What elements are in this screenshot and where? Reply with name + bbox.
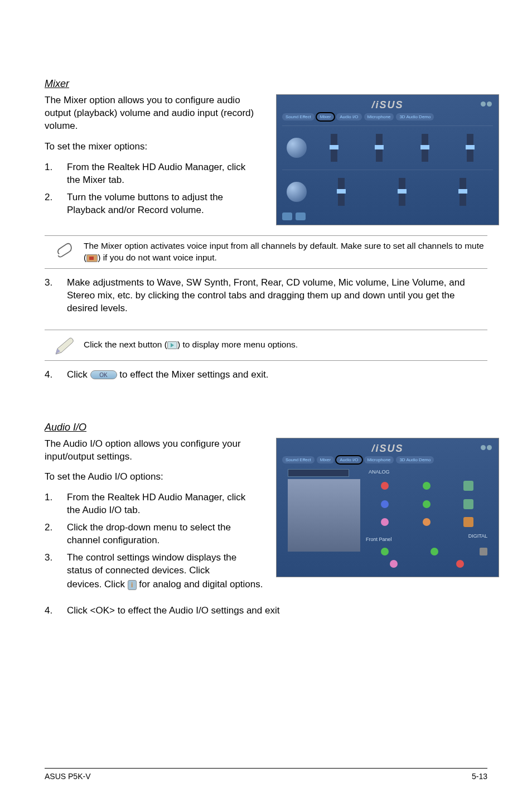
audio-section: Audio I/O The Audio I/O option allows yo… — [45, 422, 487, 625]
mixer-left-col: The Mixer option allows you to configure… — [45, 94, 259, 229]
next-icon — [167, 341, 177, 349]
step3-part-b: for analog and digital options. — [137, 579, 263, 590]
step-number-blank — [45, 578, 67, 599]
jack-front-green[interactable] — [431, 548, 438, 555]
note-text: The Mixer option activates voice input f… — [84, 240, 487, 264]
jack-green[interactable] — [423, 482, 431, 490]
audio-step3-cont: devices. Click i for analog and digital … — [45, 578, 487, 599]
tab-microphone[interactable]: Microphone — [364, 456, 394, 463]
list-item: 2. Turn the volume buttons to adjust the… — [45, 191, 259, 217]
tab-mixer[interactable]: Mixer — [317, 113, 335, 120]
volume-slider[interactable] — [376, 134, 383, 162]
tool-icon[interactable] — [463, 481, 473, 491]
window-controls — [481, 445, 492, 450]
jack-orange[interactable] — [423, 518, 431, 526]
step-text: From the Realtek HD Audio Manager, click… — [67, 491, 259, 517]
audio-heading: Audio I/O — [45, 422, 487, 433]
volume-slider[interactable] — [467, 134, 473, 162]
volume-slider[interactable] — [422, 134, 428, 162]
note2-part-b: ) to display more menu options. — [177, 340, 298, 349]
jack-front-pink[interactable] — [390, 560, 398, 568]
playback-row — [282, 125, 493, 170]
step-number: 4. — [45, 369, 67, 389]
tab-strip: Sound Effect Mixer Audio I/O Microphone … — [282, 112, 471, 122]
tab-audio-io[interactable]: Audio I/O — [336, 456, 361, 463]
bottom-controls — [282, 212, 306, 220]
audio-left-col: The Audio I/O option allows you configur… — [45, 438, 259, 582]
ok-button-icon: OK — [90, 370, 117, 379]
tab-microphone[interactable]: Microphone — [364, 113, 394, 120]
jack-pink[interactable] — [381, 518, 389, 526]
mixer-note2: Click the next button () to display more… — [45, 330, 487, 361]
list-item: 4. Click OK to effect the Mixer settings… — [45, 369, 487, 389]
tab-mixer[interactable]: Mixer — [317, 456, 335, 463]
mixer-right-col: /iSUS Sound Effect Mixer Audio I/O Micro… — [259, 94, 499, 229]
record-row — [282, 170, 493, 214]
step-text: devices. Click i for analog and digital … — [67, 578, 487, 591]
step-number: 1. — [45, 491, 67, 517]
volume-slider[interactable] — [399, 178, 405, 206]
step3-part-a: The control settings window displays the… — [67, 552, 236, 576]
list-item: 2. Click the drop-down menu to select th… — [45, 521, 259, 547]
jack-blue[interactable] — [381, 500, 389, 508]
tab-strip: Sound Effect Mixer Audio I/O Microphone … — [282, 455, 471, 465]
playback-sliders — [311, 134, 493, 162]
mixer-heading: Mixer — [45, 78, 487, 90]
front-panel-label: Front Panel — [366, 537, 392, 542]
tool-icon[interactable] — [463, 517, 473, 527]
tab-3d-audio-demo[interactable]: 3D Audio Demo — [396, 113, 434, 120]
volume-slider[interactable] — [331, 134, 337, 162]
note2-part-a: Click the next button ( — [84, 340, 167, 349]
audio-row: The Audio I/O option allows you configur… — [45, 438, 487, 582]
page-footer: ASUS P5K-V 5-13 — [45, 768, 487, 781]
step-text: Click <OK> to effect the Audio I/O setti… — [67, 605, 487, 617]
step4-part-b: to effect the Mixer settings and exit. — [117, 369, 269, 380]
list-item: devices. Click i for analog and digital … — [45, 578, 487, 599]
tool-icon[interactable] — [463, 499, 473, 509]
volume-slider[interactable] — [338, 178, 345, 206]
step-number: 3. — [45, 277, 67, 323]
jack-front-red[interactable] — [456, 560, 464, 568]
list-item: 3. The control settings window displays … — [45, 552, 259, 577]
mixer-step4: 4. Click OK to effect the Mixer settings… — [45, 369, 487, 389]
footer-right: 5-13 — [472, 772, 487, 781]
digital-label: DIGITAL — [468, 533, 487, 539]
mixer-row: The Mixer option allows you to configure… — [45, 94, 487, 229]
step-text: Turn the volume buttons to adjust the Pl… — [67, 191, 259, 217]
asus-logo: /iSUS — [371, 99, 403, 111]
step-text: Make adjustments to Wave, SW Synth, Fron… — [67, 277, 487, 315]
audio-body: ANALOG Front Panel — [282, 469, 493, 566]
mixer-set-lead: To set the mixer options: — [45, 141, 257, 153]
step-number: 1. — [45, 161, 67, 187]
audio-screenshot: /iSUS Sound Effect Mixer Audio I/O Micro… — [276, 438, 499, 577]
analog-label: ANALOG — [369, 469, 390, 475]
spdif-icon[interactable] — [480, 548, 487, 555]
step-text: Click OK to effect the Mixer settings an… — [67, 369, 487, 381]
record-sliders — [311, 178, 493, 206]
tab-sound-effect[interactable]: Sound Effect — [282, 113, 315, 120]
next-button[interactable] — [296, 212, 306, 220]
tab-audio-io[interactable]: Audio I/O — [336, 113, 361, 120]
volume-slider[interactable] — [460, 178, 466, 206]
tab-sound-effect[interactable]: Sound Effect — [282, 456, 315, 463]
channel-dropdown[interactable] — [288, 469, 349, 477]
record-knob[interactable] — [287, 182, 307, 202]
audio-step4: 4. Click <OK> to effect the Audio I/O se… — [45, 605, 487, 625]
step-text: From the Realtek HD Audio Manager, click… — [67, 161, 259, 187]
jack-front-green[interactable] — [381, 548, 389, 555]
asus-logo: /iSUS — [371, 443, 403, 455]
tab-3d-audio-demo[interactable]: 3D Audio Demo — [396, 456, 434, 463]
mixer-section: Mixer The Mixer option allows you to con… — [45, 78, 487, 389]
note-text: Click the next button () to display more… — [84, 339, 487, 351]
list-item: 4. Click <OK> to effect the Audio I/O se… — [45, 605, 487, 625]
jack-red[interactable] — [381, 482, 389, 490]
jack-green[interactable] — [423, 500, 431, 508]
mixer-body — [282, 125, 493, 214]
jack-panel — [366, 479, 487, 529]
footer-left: ASUS P5K-V — [45, 772, 90, 781]
list-item: 1. From the Realtek HD Audio Manager, cl… — [45, 491, 259, 517]
audio-set-lead: To set the Audio I/O options: — [45, 471, 257, 484]
mixer-note1: The Mixer option activates voice input f… — [45, 235, 487, 269]
playback-knob[interactable] — [287, 138, 307, 158]
prev-button[interactable] — [282, 212, 292, 220]
